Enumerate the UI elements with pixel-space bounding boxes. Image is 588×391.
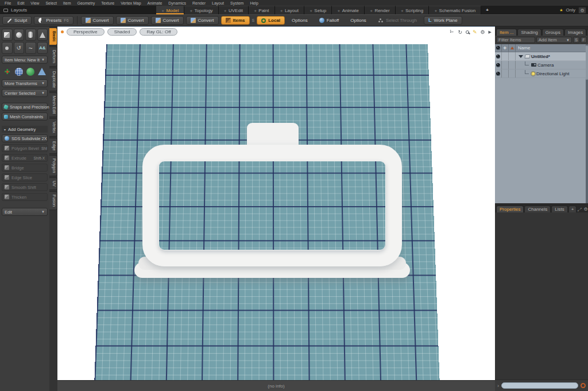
layout-tab-animate[interactable]: ★ Animate [332, 6, 365, 14]
viewport-settings-gear-icon[interactable]: ⚙ [481, 29, 485, 35]
spiral-tool-button[interactable]: ↺ [14, 42, 25, 54]
cube-primitive-button[interactable] [2, 29, 13, 41]
text-tool-button[interactable]: A& [37, 42, 48, 54]
add-layout-tab-button[interactable]: + [481, 6, 493, 14]
tool-bridge[interactable]: Bridge [2, 164, 48, 172]
edit-dropdown[interactable]: Edit ▼ [2, 208, 48, 216]
record-circle-icon[interactable] [581, 383, 586, 388]
layout-tab-layout[interactable]: ★ Layout [275, 6, 304, 14]
filters-button[interactable]: F [581, 37, 587, 43]
tab-groups[interactable]: Groups [542, 29, 564, 36]
add-geometry-section-header[interactable]: ▾ Add Geometry [2, 126, 48, 133]
add-properties-tab-button[interactable]: + [568, 206, 577, 212]
cone-primitive-button[interactable] [37, 29, 48, 41]
cylinder-primitive-button[interactable] [25, 29, 36, 41]
visibility-eye-icon[interactable] [496, 63, 500, 67]
raygl-toggle-button[interactable]: Ray GL: Off [140, 28, 177, 36]
tab-polygon[interactable]: Polygon [49, 155, 57, 176]
convert-button-2[interactable]: Convert [116, 16, 149, 25]
tab-basic[interactable]: Basic [49, 28, 57, 45]
menu-view[interactable]: View [30, 1, 39, 5]
tab-shading[interactable]: Shading [517, 29, 541, 36]
presets-button[interactable]: Presets F6 [34, 16, 73, 25]
snaps-and-precision-button[interactable]: Snaps and Precision [2, 103, 48, 111]
tool-smooth-shift[interactable]: Smooth Shift [2, 183, 48, 191]
local-action-center-button[interactable]: Local [257, 16, 285, 25]
visibility-eye-icon[interactable] [496, 72, 500, 76]
menu-help[interactable]: Help [250, 1, 258, 5]
zoom-icon[interactable] [466, 30, 469, 34]
tab-channels[interactable]: Channels [524, 206, 551, 212]
work-plane-button[interactable]: L Work Plane [424, 16, 462, 25]
command-input-field[interactable] [501, 382, 578, 389]
tab-item-list[interactable]: Item ... [496, 29, 517, 36]
menu-animate[interactable]: Animate [148, 1, 163, 5]
rotate-view-icon[interactable]: ↻ [458, 29, 462, 35]
tab-mesh-edit[interactable]: Mesh Edit [49, 92, 57, 117]
action-center-options-button[interactable]: Options [287, 16, 312, 25]
edit-pencil-icon[interactable]: ✎ [473, 29, 477, 35]
layout-tab-uvedit[interactable]: ★ UVEdit [219, 6, 249, 14]
expander-triangle-icon[interactable] [519, 55, 523, 58]
menu-dynamics[interactable]: Dynamics [168, 1, 186, 5]
layout-tab-schematic-fusion[interactable]: ★ Schematic Fusion [429, 6, 481, 14]
menu-system[interactable]: System [230, 1, 243, 5]
more-transforms-dropdown[interactable]: More Transforms ▼ [2, 79, 48, 87]
scopes-button[interactable]: S [573, 37, 579, 43]
layout-tab-topology[interactable]: ★ Topology [184, 6, 218, 14]
tool-edge-slice[interactable]: Edge Slice [2, 173, 48, 181]
menu-render[interactable]: Render [192, 1, 206, 5]
perspective-view-button[interactable]: Perspective [67, 28, 105, 36]
visibility-eye-icon[interactable] [496, 55, 500, 59]
layout-tab-scripting[interactable]: ★ Scripting [396, 6, 430, 14]
layout-tab-render[interactable]: ★ Render [365, 6, 396, 14]
textured-mesh-item-button[interactable] [26, 67, 36, 76]
center-selected-dropdown[interactable]: Center Selected ▼ [2, 89, 48, 97]
pan-icon[interactable]: ↔↕ [449, 29, 454, 34]
menu-item[interactable]: Item [63, 1, 71, 5]
curve-tool-button[interactable]: ~ [25, 42, 36, 54]
viewport-menu-arrow-icon[interactable]: ▶ [489, 30, 492, 34]
mesh-constraints-button[interactable]: Mesh Constraints [2, 113, 48, 121]
tab-images[interactable]: Images [564, 29, 586, 36]
mesh-grid-item-button[interactable] [14, 67, 24, 76]
convert-button-4[interactable]: Convert [186, 16, 219, 25]
tab-lists[interactable]: Lists [551, 206, 567, 212]
filter-items-field[interactable]: Filter Items [496, 37, 535, 43]
torus-primitive-button[interactable] [2, 42, 13, 54]
locator-item-button[interactable]: ✚ [2, 67, 12, 76]
3d-viewport[interactable]: Perspective Shaded Ray GL: Off ↔↕ ↻ ✎ ⚙ … [57, 26, 495, 380]
menu-edit[interactable]: Edit [17, 1, 24, 5]
menu-file[interactable]: File [5, 1, 11, 5]
item-row-directional-light[interactable]: Directional Light [495, 69, 588, 78]
panel-gear-icon[interactable]: ⚙ [583, 207, 587, 212]
tab-deform[interactable]: Deform [49, 47, 57, 67]
falloff-options-button[interactable]: Options [346, 16, 371, 25]
menu-geometry[interactable]: Geometry [77, 1, 95, 5]
menu-vertex-map[interactable]: Vertex Map [121, 1, 141, 5]
convert-button-1[interactable]: Convert [81, 16, 114, 25]
sphere-primitive-button[interactable] [14, 29, 25, 41]
only-star-icon[interactable]: ★ [559, 8, 563, 13]
tab-uv[interactable]: UV [49, 177, 57, 190]
item-row-untitled[interactable]: Untitled* [495, 52, 588, 61]
items-mode-button[interactable]: Items [221, 16, 250, 25]
add-item-dropdown[interactable]: Add Item ▼ [536, 37, 572, 43]
layout-tab-paint[interactable]: ★ Paint [249, 6, 275, 14]
menu-texture[interactable]: Texture [101, 1, 114, 5]
layout-tab-setup[interactable]: ★ Setup [304, 6, 332, 14]
item-list-scrollbar[interactable] [586, 44, 588, 203]
shaded-mode-button[interactable]: Shaded [107, 28, 137, 36]
tab-vertex[interactable]: Vertex [49, 118, 57, 137]
expand-panel-icon[interactable]: ↗↙ [577, 207, 582, 212]
falloff-button[interactable]: Falloff [315, 16, 344, 25]
tab-properties[interactable]: Properties [496, 206, 524, 212]
tool-polygon-bevel[interactable]: Polygon Bevel Shift-B [2, 144, 48, 152]
tool-sds-subdivide[interactable]: SDS Subdivide 2X [2, 134, 48, 142]
viewport-corner-dot[interactable] [61, 30, 64, 33]
layouts-menu[interactable]: Layouts [0, 6, 156, 14]
menu-layout[interactable]: Layout [212, 1, 224, 5]
layout-tab-model[interactable]: ★ Model [156, 6, 184, 14]
layout-settings-gear-icon[interactable]: ⚙ [578, 7, 586, 14]
pyramid-item-button[interactable] [37, 67, 47, 76]
